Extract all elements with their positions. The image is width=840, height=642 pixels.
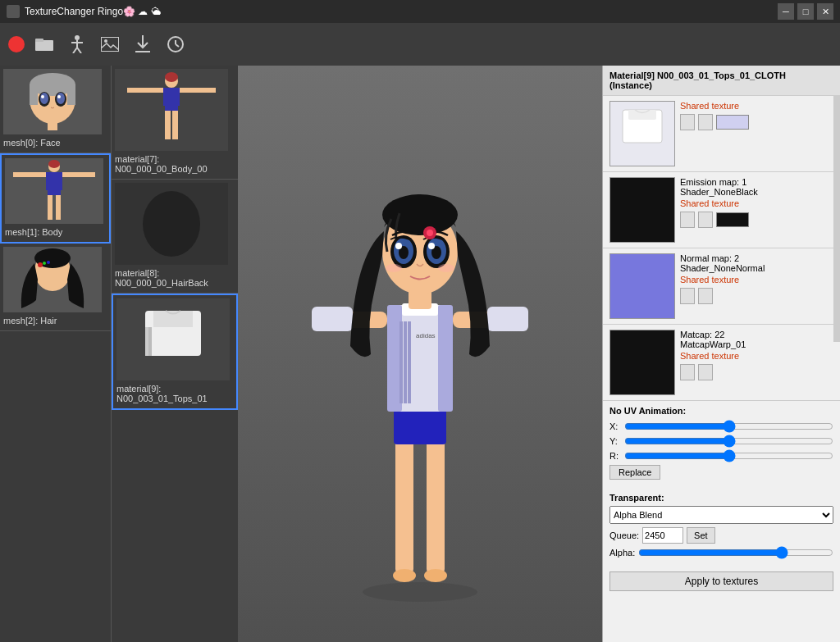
alpha-label: Alpha:: [609, 548, 635, 558]
download-icon: [135, 35, 150, 53]
apply-textures-button[interactable]: Apply to textures: [609, 571, 833, 591]
mesh-thumbnail-face: [3, 69, 102, 134]
x-slider-row: X:: [609, 421, 833, 432]
queue-input[interactable]: [642, 527, 683, 544]
blend-mode-dropdown[interactable]: Alpha Blend Opaque Cutout Transparent: [609, 506, 833, 524]
record-button[interactable]: [8, 36, 25, 52]
add-button-1[interactable]: [698, 114, 713, 130]
material-label-9: material[9]:N00_003_01_Tops_01: [116, 382, 233, 405]
minimize-button[interactable]: ─: [778, 3, 794, 20]
svg-point-43: [165, 72, 178, 82]
svg-point-28: [48, 160, 60, 168]
hair-preview: [3, 247, 102, 312]
alpha-slider[interactable]: [638, 547, 833, 558]
color-swatch-2[interactable]: [716, 212, 749, 227]
texture-info-2: Emission map: 1Shader_NoneBlack Shared t…: [680, 177, 833, 228]
svg-rect-46: [180, 88, 216, 93]
image-button[interactable]: [97, 31, 123, 57]
maximize-button[interactable]: □: [797, 3, 814, 20]
mesh-thumbnail-body: [5, 158, 103, 224]
image-icon: [101, 37, 119, 52]
svg-rect-56: [148, 327, 152, 356]
svg-rect-72: [312, 307, 353, 331]
texture-buttons-1: [680, 114, 833, 130]
main-content: mesh[0]: Face: [0, 66, 840, 642]
clock-button[interactable]: [162, 31, 189, 57]
figure-button[interactable]: [64, 31, 90, 57]
svg-rect-66: [399, 321, 403, 403]
set-button[interactable]: Set: [687, 527, 715, 544]
svg-line-6: [77, 48, 81, 53]
material-thumbnail-8: [115, 183, 228, 265]
replace-button[interactable]: Replace: [609, 465, 660, 480]
svg-point-84: [395, 243, 402, 249]
mesh-item-hair[interactable]: mesh[2]: Hair: [0, 244, 111, 331]
texture-buttons-4: [680, 364, 833, 380]
svg-rect-67: [404, 321, 407, 403]
svg-rect-1: [35, 39, 43, 42]
svg-line-13: [176, 44, 179, 47]
export-button-1[interactable]: [680, 114, 695, 130]
svg-point-85: [428, 243, 435, 249]
mesh-item-body[interactable]: mesh[1]: Body: [0, 153, 111, 244]
svg-rect-55: [145, 327, 148, 356]
mesh-label-face: mesh[0]: Face: [3, 136, 107, 149]
add-button-4[interactable]: [698, 364, 713, 380]
svg-point-88: [386, 264, 402, 272]
y-slider-row: Y:: [609, 435, 833, 447]
svg-point-21: [40, 93, 48, 104]
material-label-7: material[7]: N00_000_00_Body_00: [115, 153, 235, 175]
no-uv-section: No UV Animation: X: Y: R: Replace: [603, 401, 840, 488]
y-slider[interactable]: [624, 435, 833, 447]
svg-point-22: [57, 93, 65, 104]
folder-button[interactable]: [31, 31, 57, 57]
svg-rect-45: [127, 88, 163, 93]
mat7-preview: [115, 69, 228, 151]
svg-point-2: [75, 35, 80, 40]
body-preview-left: [5, 158, 103, 224]
r-slider-row: R:: [609, 450, 833, 462]
texture-buttons-2: [680, 212, 833, 228]
material-item-9[interactable]: material[9]:N00_003_01_Tops_01: [112, 294, 238, 410]
svg-line-5: [73, 48, 77, 53]
texture-entry-3: Normal map: 2Shader_NoneNormal Shared te…: [603, 248, 840, 325]
texture-preview-1: [610, 102, 674, 166]
svg-rect-65: [438, 305, 453, 412]
mesh-item-face[interactable]: mesh[0]: Face: [0, 66, 111, 153]
material-item-8[interactable]: material[8]:N00_000_00_HairBack: [112, 180, 238, 294]
svg-point-51: [143, 191, 200, 257]
clock-icon: [167, 36, 184, 52]
add-button-3[interactable]: [698, 288, 713, 304]
svg-point-38: [38, 262, 43, 267]
alpha-row: Alpha:: [609, 547, 833, 558]
app-icon: [7, 5, 20, 18]
download-button[interactable]: [130, 31, 156, 57]
texture-thumb-1: [609, 101, 675, 166]
queue-row: Queue: Set: [609, 527, 833, 544]
export-button-3[interactable]: [680, 288, 695, 304]
export-button-4[interactable]: [680, 364, 695, 380]
r-slider[interactable]: [624, 450, 833, 462]
export-button-2[interactable]: [680, 212, 695, 228]
svg-rect-33: [48, 195, 52, 220]
shared-texture-label-2: Shared texture: [680, 198, 833, 208]
svg-rect-34: [56, 195, 61, 220]
transparent-section: Transparent: Alpha Blend Opaque Cutout T…: [603, 488, 840, 568]
svg-point-39: [43, 262, 46, 265]
color-swatch-1[interactable]: [716, 115, 749, 130]
material-thumbnail-9: [116, 298, 230, 380]
transparent-label: Transparent:: [609, 493, 833, 503]
x-slider[interactable]: [624, 421, 833, 432]
material-panel: material[7]: N00_000_00_Body_00 material…: [111, 66, 238, 642]
folder-icon: [35, 37, 53, 52]
svg-rect-74: [487, 307, 528, 331]
texture-entry-2: Emission map: 1Shader_NoneBlack Shared t…: [603, 172, 840, 248]
svg-point-23: [41, 95, 44, 98]
add-button-2[interactable]: [698, 212, 713, 228]
close-button[interactable]: ✕: [817, 3, 833, 20]
mat8-preview: [115, 183, 228, 265]
svg-rect-18: [67, 84, 75, 105]
material-item-7[interactable]: material[7]: N00_000_00_Body_00: [112, 66, 238, 180]
mesh-label-hair: mesh[2]: Hair: [3, 314, 107, 327]
svg-rect-7: [101, 37, 119, 52]
